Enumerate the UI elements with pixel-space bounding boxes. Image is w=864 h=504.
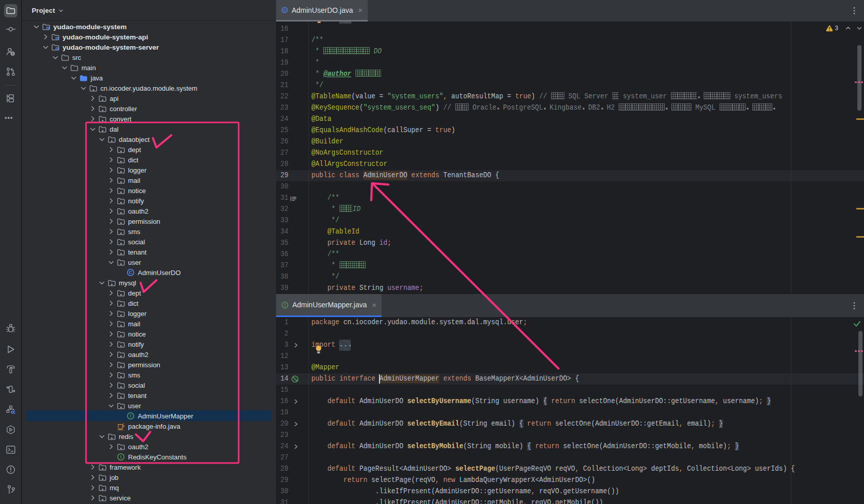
svg-text:?: ? bbox=[12, 52, 14, 56]
